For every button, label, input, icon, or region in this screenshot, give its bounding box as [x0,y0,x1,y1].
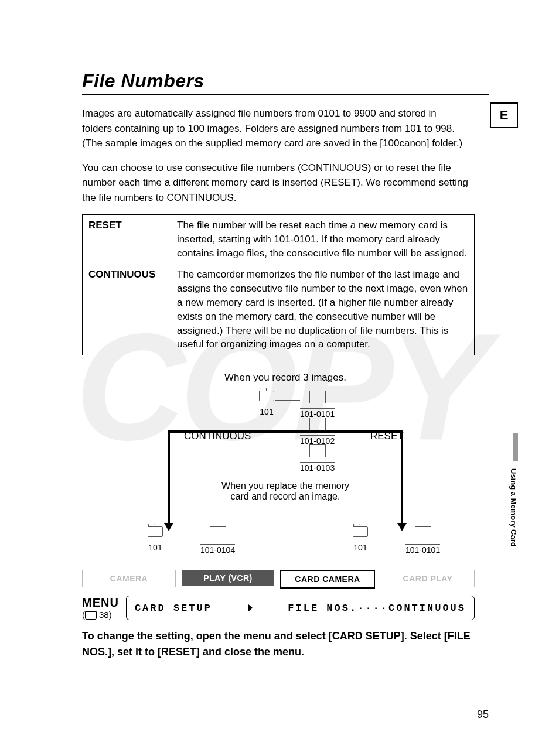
folder-label: 101 [259,406,274,416]
row-val: The camcorder memorizes the file number … [171,264,475,355]
instruction-text: To change the setting, open the menu and… [82,628,475,660]
menu-path-box: CARD SETUP FILE NOS.····CONTINUOUS [126,596,475,620]
arrow-down-icon [164,523,173,531]
table-row: CONTINUOUS The camcorder memorizes the f… [83,264,475,355]
manual-page: COPY E Using a Memory Card 95 File Numbe… [0,0,559,756]
row-val: The file number will be reset each time … [171,215,475,264]
mode-card-camera: CARD CAMERA [280,570,375,589]
menu-path-row: MENU (38) CARD SETUP FILE NOS.····CONTIN… [82,596,475,620]
page-title: File Numbers [82,70,489,92]
diagram-caption-top: When you record 3 images. [89,372,482,384]
mode-button-row: CAMERA PLAY (VCR) CARD CAMERA CARD PLAY [82,570,475,589]
folder-label: 101 [353,542,368,552]
folder-icon [148,526,163,537]
top-image-1: 101-0101 [300,391,335,419]
section-label: Using a Memory Card [509,468,518,547]
diagram-caption-mid: When you replace the memory card and rec… [89,481,482,502]
image-label: 101-0103 [300,462,335,473]
mode-card-play: CARD PLAY [381,570,475,587]
intro-paragraph-1: Images are automatically assigned file n… [82,106,469,151]
branch-label-left: CONTINUOUS [184,430,251,442]
title-rule [82,94,489,95]
image-label: 101-0101 [405,544,440,555]
book-icon [85,611,97,620]
connector-line [369,536,405,536]
branch-leg-left [168,430,170,524]
image-label: 101-0104 [200,544,235,555]
language-tab: E [490,102,518,128]
image-icon [309,444,326,457]
image-icon [309,418,326,430]
mode-play-vcr: PLAY (VCR) [182,570,274,586]
left-folder: 101 [148,526,163,552]
caption-line: When you replace the memory [89,481,482,491]
connector-line [275,400,300,401]
page-number: 95 [477,709,489,721]
section-tab [513,433,518,461]
folder-icon [259,391,274,401]
menu-word: MENU [82,596,119,610]
branch-leg-right [401,430,403,524]
top-folder: 101 [259,391,274,416]
mode-camera: CAMERA [82,570,176,587]
menu-left-text: CARD SETUP [135,603,212,614]
caption-line: card and record an image. [89,491,482,502]
menu-label: MENU (38) [82,596,119,620]
left-image: 101-0104 [200,526,235,555]
connector-line [164,536,200,536]
file-number-diagram: When you record 3 images. 101 101-0101 1… [89,372,482,565]
menu-right-text: FILE NOS.····CONTINUOUS [288,603,466,614]
top-image-3: 101-0103 [300,444,335,473]
image-icon [309,391,326,403]
image-icon [415,526,431,539]
table-row: RESET The file number will be reset each… [83,215,475,264]
intro-paragraph-2: You can choose to use consecutive file n… [82,160,469,206]
right-folder: 101 [353,526,368,552]
row-key: RESET [83,215,171,264]
mode-table: RESET The file number will be reset each… [82,214,475,355]
row-key: CONTINUOUS [83,264,171,355]
right-image: 101-0101 [405,526,440,555]
menu-page-ref: (38) [82,610,112,620]
branch-label-right: RESET [370,430,404,442]
folder-label: 101 [148,542,163,552]
folder-icon [353,526,368,537]
image-icon [210,526,226,539]
triangle-right-icon [248,604,253,612]
